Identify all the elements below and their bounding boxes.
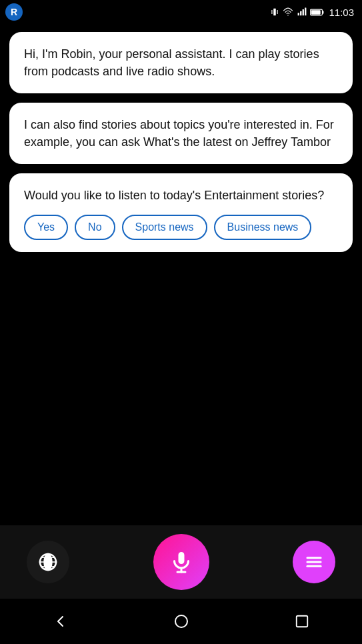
yes-button[interactable]: Yes <box>24 215 68 240</box>
message-bubble-2: I can also find stories about topics you… <box>9 103 353 164</box>
message-text-1: Hi, I'm Robin, your personal assistant. … <box>24 47 319 78</box>
globe-button[interactable] <box>27 541 69 583</box>
business-news-button[interactable]: Business news <box>214 215 312 240</box>
message-text-3: Would you like to listen to today's Ente… <box>24 189 324 202</box>
home-button[interactable] <box>161 601 201 641</box>
svg-rect-1 <box>298 13 299 15</box>
microphone-icon <box>169 550 193 574</box>
svg-rect-17 <box>296 616 307 627</box>
status-bar-left: R <box>5 3 23 21</box>
menu-button[interactable] <box>293 541 335 583</box>
status-time: 11:03 <box>329 7 354 18</box>
status-icons <box>270 7 325 17</box>
svg-rect-0 <box>274 9 277 16</box>
no-button[interactable]: No <box>75 215 115 240</box>
back-icon <box>53 613 69 629</box>
message-bubble-1: Hi, I'm Robin, your personal assistant. … <box>9 32 353 93</box>
recents-icon <box>295 614 309 629</box>
status-bar-right: 11:03 <box>270 7 354 18</box>
svg-rect-4 <box>305 8 307 16</box>
content-spacer <box>0 282 362 525</box>
chat-area: Hi, I'm Robin, your personal assistant. … <box>0 24 362 282</box>
svg-rect-6 <box>311 10 321 14</box>
message-text-2: I can also find stories about topics you… <box>24 118 334 149</box>
menu-icon <box>304 552 324 572</box>
recents-button[interactable] <box>282 601 322 641</box>
battery-icon <box>310 8 325 17</box>
navigation-bar <box>0 599 362 644</box>
globe-icon <box>37 551 59 573</box>
message-bubble-3: Would you like to listen to today's Ente… <box>9 173 353 252</box>
svg-point-16 <box>175 615 187 627</box>
option-buttons-row: Yes No Sports news Business news <box>24 215 338 240</box>
vibrate-icon <box>270 7 279 17</box>
svg-rect-10 <box>178 552 184 564</box>
bottom-bar <box>0 525 362 599</box>
sports-news-button[interactable]: Sports news <box>122 215 207 240</box>
svg-rect-2 <box>301 11 302 15</box>
app-icon: R <box>5 3 23 21</box>
wifi-icon <box>282 7 294 17</box>
back-button[interactable] <box>41 601 81 641</box>
microphone-button[interactable] <box>153 534 209 590</box>
svg-rect-3 <box>303 9 304 15</box>
status-bar: R <box>0 0 362 24</box>
signal-icon <box>297 7 307 17</box>
home-icon <box>173 613 189 629</box>
